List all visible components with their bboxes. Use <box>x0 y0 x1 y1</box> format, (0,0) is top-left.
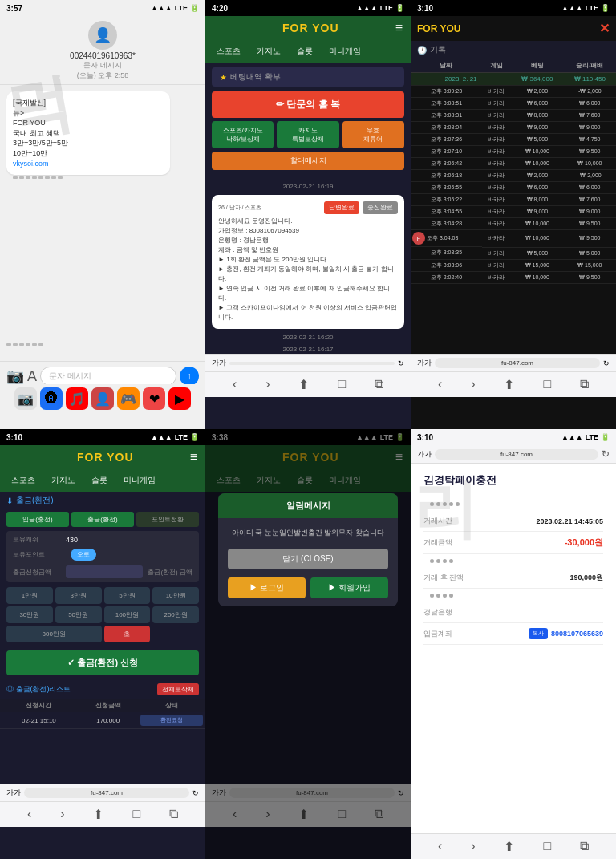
amount-10만[interactable]: 10만원 <box>152 587 199 604</box>
service-btn-3[interactable]: 우효제류어 <box>342 121 404 148</box>
bl-tabs-icon[interactable]: ⧉ <box>169 807 178 822</box>
alert-close-button[interactable]: 닫기 (CLOSE) <box>228 549 388 569</box>
service-btn-1[interactable]: 스포츠/카지노낙하/보상제 <box>212 121 274 148</box>
service-btn-2[interactable]: 카지노특별보상제 <box>277 121 338 148</box>
br-bookmark-icon[interactable]: □ <box>543 839 551 854</box>
apply-withdrawal-button[interactable]: ✓ 출금(환전) 신청 <box>6 650 199 675</box>
bl-refresh-icon[interactable]: ↻ <box>192 789 199 797</box>
withdraw-input[interactable] <box>66 565 143 578</box>
amount-300만[interactable]: 300만원 <box>6 626 102 642</box>
bl-forward-icon[interactable]: › <box>60 807 64 822</box>
tabs-icon[interactable]: ⧉ <box>375 377 383 392</box>
nav-sports[interactable]: 스포츠 <box>210 43 247 59</box>
avatar: 👤 <box>88 21 117 50</box>
alert-register-button[interactable]: ▶ 회원가입 <box>310 577 388 598</box>
nav-minigame[interactable]: 미니게임 <box>322 43 367 59</box>
chat-time-1: 2023-02-21 16:19 <box>212 183 404 190</box>
br-forward-icon[interactable]: › <box>471 839 475 854</box>
bookmark-icon[interactable]: □ <box>338 377 346 392</box>
camera-icon[interactable]: 📷 <box>6 367 24 385</box>
close-button[interactable]: ✕ <box>599 21 610 36</box>
camera-app-icon[interactable]: 📷 <box>14 387 37 410</box>
sms-send-button[interactable]: ↑ <box>180 367 199 386</box>
table-row: 오후 3:05:22바카라₩ 8,000₩ 7,600 <box>411 194 616 206</box>
user-app-icon[interactable]: 👤 <box>91 387 114 410</box>
tab-points[interactable]: 포인트전환 <box>136 512 199 527</box>
trans-balance-row: 거래 후 잔액 190,000원 <box>424 568 603 589</box>
tr-share-icon[interactable]: ⬆ <box>504 377 514 392</box>
amount-50만[interactable]: 50만원 <box>55 606 102 623</box>
back-icon[interactable]: ‹ <box>233 377 237 392</box>
game-icon[interactable]: 🎮 <box>117 387 140 410</box>
tr-bookmark-icon[interactable]: □ <box>543 377 551 392</box>
tr-refresh-icon[interactable]: ↻ <box>603 359 610 367</box>
br-refresh-icon[interactable]: ↻ <box>602 448 610 460</box>
bl-hamburger[interactable]: ≡ <box>190 450 197 464</box>
bl-url-bar[interactable]: fu-847.com <box>24 788 189 798</box>
betting-bar: ★ 베팅내역 확부 <box>212 67 404 87</box>
talk-button[interactable]: ✏ 단문의 홈 복 <box>212 91 404 118</box>
amount-reset[interactable]: 초 <box>104 626 151 642</box>
tr-tabs-icon[interactable]: ⧉ <box>580 377 589 392</box>
amount-grid: 1만원 3만원 5만원 10만원 30만원 50만원 100만원 200만원 3… <box>0 584 205 646</box>
records-table-container: 날짜 게임 베팅 승리/패배 2023. 2. 21 ₩ 364,000 ₩ 1… <box>411 59 616 363</box>
amount-3만[interactable]: 3만원 <box>55 587 102 604</box>
sms-input[interactable]: 문자 메시지 <box>40 367 176 386</box>
chat-time-3: 2023-02-21 16:17 <box>212 346 404 353</box>
forward-icon[interactable]: › <box>265 377 270 392</box>
chat-area: 2023-02-21 16:19 26 / 남자 / 스포츠 답변완료 송신완료… <box>205 173 411 363</box>
amount-1만[interactable]: 1만원 <box>6 587 53 604</box>
bl-share-icon[interactable]: ⬆ <box>93 807 103 822</box>
bl-nav-casino[interactable]: 카지노 <box>45 472 82 488</box>
bl-nav-minigame[interactable]: 미니게임 <box>117 472 162 488</box>
trans-bank-name: 경남은행 <box>424 607 452 618</box>
col-bet: 베팅 <box>511 59 563 73</box>
aa-icon[interactable]: A <box>27 368 37 385</box>
hamburger-menu[interactable]: ≡ <box>395 21 403 35</box>
tr-forward-icon[interactable]: › <box>471 377 475 392</box>
amount-30만[interactable]: 30만원 <box>6 606 53 623</box>
bl-back-icon[interactable]: ‹ <box>27 807 31 822</box>
bl-bookmark-icon[interactable]: □ <box>132 807 140 822</box>
alert-login-button[interactable]: ▶ 로그인 <box>228 577 306 598</box>
br-back-icon[interactable]: ‹ <box>438 839 442 854</box>
music-icon[interactable]: 🎵 <box>66 387 88 410</box>
share-icon[interactable]: ⬆ <box>298 377 309 392</box>
br-nav-label: 가가 <box>417 449 432 460</box>
br-url-bar[interactable]: fu-847.com <box>435 449 598 460</box>
br-tabs-icon[interactable]: ⧉ <box>580 839 589 854</box>
bl-nav-sports[interactable]: 스포츠 <box>5 472 42 488</box>
nav-slot[interactable]: 슬롯 <box>290 43 319 59</box>
tr-browser-bar-area: 가가 fu-847.com ↻ ‹ › ⬆ □ ⧉ <box>411 354 616 397</box>
amount-200만[interactable]: 200만원 <box>152 606 199 623</box>
auto-toggle[interactable]: 오토 <box>71 549 96 561</box>
tab-deposit[interactable]: 입금(충전) <box>6 512 69 527</box>
amount-100만[interactable]: 100만원 <box>104 606 151 623</box>
trans-balance-val: 190,000원 <box>569 573 603 583</box>
records-panel: 3:10 ▲▲▲ LTE 🔋 FOR YOU ✕ 🕐 기록 날짜 게임 베팅 승… <box>411 0 616 429</box>
refresh-button[interactable]: 전체보삭제 <box>157 683 199 695</box>
col-req-time: 신청시간 <box>0 699 78 712</box>
copy-button[interactable]: 복사 <box>529 628 548 639</box>
alert-title: 알림메시지 <box>218 493 398 518</box>
sms-link[interactable]: vkysoi.com <box>13 159 164 169</box>
trans-account-val: 8008107065639 <box>551 630 603 638</box>
tr-url-bar[interactable]: fu-847.com <box>435 358 600 368</box>
tab-withdrawal[interactable]: 출금(환전) <box>71 512 134 527</box>
foryou-logo: FOR YOU <box>282 22 339 34</box>
reply-button[interactable]: 답변완료 <box>324 201 359 214</box>
bl-nav-slot[interactable]: 슬롯 <box>85 472 114 488</box>
send-button[interactable]: 송신완료 <box>363 201 398 214</box>
br-browser-top-bar: 가가 fu-847.com ↻ <box>411 445 616 464</box>
amount-5만[interactable]: 5만원 <box>104 587 151 604</box>
refresh-icon[interactable]: ↻ <box>398 359 404 367</box>
heart-icon[interactable]: ❤ <box>143 387 165 410</box>
nav-casino[interactable]: 카지노 <box>250 43 287 59</box>
trans-time-label: 거래시간 <box>424 516 452 526</box>
tc-url-bar[interactable] <box>229 362 395 365</box>
br-share-icon[interactable]: ⬆ <box>504 839 514 854</box>
holdings-cash-row: 보유캐쉬 430 <box>6 533 199 546</box>
appstore-icon[interactable]: 🅐 <box>40 387 63 410</box>
youtube-icon[interactable]: ▶ <box>168 387 191 410</box>
tr-back-icon[interactable]: ‹ <box>438 377 442 392</box>
